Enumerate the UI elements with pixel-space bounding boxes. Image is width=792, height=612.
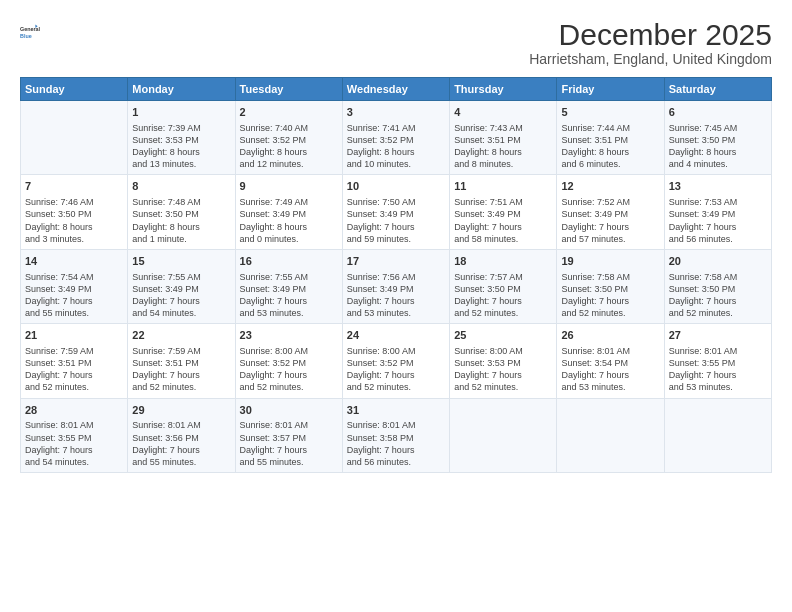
day-info-line: Sunrise: 7:58 AM [561, 271, 659, 283]
header-day-sunday: Sunday [21, 78, 128, 101]
day-info-line: Sunrise: 7:46 AM [25, 196, 123, 208]
day-info-line: Daylight: 8 hours [347, 146, 445, 158]
day-info-line: Sunrise: 8:01 AM [561, 345, 659, 357]
day-info-line: and 1 minute. [132, 233, 230, 245]
day-info-line: Daylight: 7 hours [25, 369, 123, 381]
day-number: 25 [454, 328, 552, 343]
header-row: SundayMondayTuesdayWednesdayThursdayFrid… [21, 78, 772, 101]
day-number: 22 [132, 328, 230, 343]
calendar-cell [557, 398, 664, 472]
day-info-line: Sunrise: 8:01 AM [240, 419, 338, 431]
day-info-line: Sunrise: 8:00 AM [347, 345, 445, 357]
day-info-line: Sunset: 3:49 PM [454, 208, 552, 220]
day-number: 5 [561, 105, 659, 120]
day-info-line: and 52 minutes. [454, 381, 552, 393]
header-day-saturday: Saturday [664, 78, 771, 101]
day-number: 30 [240, 403, 338, 418]
calendar-cell: 14Sunrise: 7:54 AMSunset: 3:49 PMDayligh… [21, 249, 128, 323]
day-info-line: Daylight: 8 hours [132, 221, 230, 233]
day-info-line: Sunrise: 7:52 AM [561, 196, 659, 208]
day-info-line: and 52 minutes. [669, 307, 767, 319]
day-info-line: Sunset: 3:56 PM [132, 432, 230, 444]
calendar-cell [21, 101, 128, 175]
calendar-cell: 28Sunrise: 8:01 AMSunset: 3:55 PMDayligh… [21, 398, 128, 472]
day-info-line: and 6 minutes. [561, 158, 659, 170]
day-info-line: Daylight: 7 hours [669, 295, 767, 307]
day-info-line: and 10 minutes. [347, 158, 445, 170]
day-info-line: Sunset: 3:49 PM [561, 208, 659, 220]
day-number: 11 [454, 179, 552, 194]
calendar-cell: 30Sunrise: 8:01 AMSunset: 3:57 PMDayligh… [235, 398, 342, 472]
day-info-line: Sunset: 3:50 PM [561, 283, 659, 295]
day-number: 2 [240, 105, 338, 120]
day-info-line: Daylight: 7 hours [669, 221, 767, 233]
day-info-line: Sunrise: 8:00 AM [454, 345, 552, 357]
day-info-line: and 55 minutes. [25, 307, 123, 319]
day-info-line: Sunset: 3:51 PM [25, 357, 123, 369]
day-number: 28 [25, 403, 123, 418]
day-info-line: Sunrise: 7:53 AM [669, 196, 767, 208]
day-number: 21 [25, 328, 123, 343]
day-info-line: Sunrise: 7:58 AM [669, 271, 767, 283]
day-info-line: and 3 minutes. [25, 233, 123, 245]
day-info-line: Daylight: 7 hours [454, 221, 552, 233]
day-info-line: and 56 minutes. [669, 233, 767, 245]
day-info-line: Sunrise: 7:40 AM [240, 122, 338, 134]
day-info-line: Sunrise: 8:00 AM [240, 345, 338, 357]
day-info-line: and 56 minutes. [347, 456, 445, 468]
day-info-line: Daylight: 7 hours [25, 295, 123, 307]
day-info-line: and 53 minutes. [240, 307, 338, 319]
calendar-cell [450, 398, 557, 472]
calendar-cell: 24Sunrise: 8:00 AMSunset: 3:52 PMDayligh… [342, 324, 449, 398]
day-info-line: Sunset: 3:51 PM [561, 134, 659, 146]
day-number: 6 [669, 105, 767, 120]
day-info-line: and 12 minutes. [240, 158, 338, 170]
day-info-line: Sunrise: 7:39 AM [132, 122, 230, 134]
day-info-line: Daylight: 8 hours [132, 146, 230, 158]
day-info-line: and 53 minutes. [561, 381, 659, 393]
day-info-line: and 13 minutes. [132, 158, 230, 170]
calendar-cell: 22Sunrise: 7:59 AMSunset: 3:51 PMDayligh… [128, 324, 235, 398]
day-info-line: Sunset: 3:55 PM [25, 432, 123, 444]
day-info-line: Sunrise: 8:01 AM [132, 419, 230, 431]
logo-icon: General Blue [20, 18, 48, 46]
day-info-line: Daylight: 7 hours [240, 444, 338, 456]
calendar-cell: 27Sunrise: 8:01 AMSunset: 3:55 PMDayligh… [664, 324, 771, 398]
day-info-line: Sunrise: 7:48 AM [132, 196, 230, 208]
day-number: 14 [25, 254, 123, 269]
calendar-cell: 5Sunrise: 7:44 AMSunset: 3:51 PMDaylight… [557, 101, 664, 175]
day-info-line: Sunset: 3:57 PM [240, 432, 338, 444]
day-info-line: and 8 minutes. [454, 158, 552, 170]
day-info-line: Sunset: 3:49 PM [240, 283, 338, 295]
day-number: 9 [240, 179, 338, 194]
day-info-line: and 52 minutes. [347, 381, 445, 393]
calendar-cell: 31Sunrise: 8:01 AMSunset: 3:58 PMDayligh… [342, 398, 449, 472]
day-info-line: Daylight: 7 hours [561, 221, 659, 233]
day-info-line: Sunset: 3:52 PM [347, 357, 445, 369]
week-row-1: 1Sunrise: 7:39 AMSunset: 3:53 PMDaylight… [21, 101, 772, 175]
day-number: 10 [347, 179, 445, 194]
header: General Blue General Blue December 2025 … [20, 18, 772, 67]
calendar-cell: 29Sunrise: 8:01 AMSunset: 3:56 PMDayligh… [128, 398, 235, 472]
day-number: 20 [669, 254, 767, 269]
day-number: 13 [669, 179, 767, 194]
day-info-line: Sunrise: 7:59 AM [25, 345, 123, 357]
day-info-line: and 59 minutes. [347, 233, 445, 245]
day-info-line: Sunset: 3:55 PM [669, 357, 767, 369]
calendar-cell: 18Sunrise: 7:57 AMSunset: 3:50 PMDayligh… [450, 249, 557, 323]
week-row-4: 21Sunrise: 7:59 AMSunset: 3:51 PMDayligh… [21, 324, 772, 398]
day-info-line: Sunset: 3:49 PM [240, 208, 338, 220]
svg-text:General: General [20, 26, 41, 32]
day-info-line: Sunset: 3:50 PM [454, 283, 552, 295]
day-info-line: Daylight: 8 hours [240, 221, 338, 233]
main-title: December 2025 [529, 18, 772, 51]
logo: General Blue General Blue [20, 18, 48, 46]
day-info-line: Daylight: 7 hours [347, 369, 445, 381]
day-info-line: Sunset: 3:53 PM [454, 357, 552, 369]
header-day-thursday: Thursday [450, 78, 557, 101]
day-info-line: Sunset: 3:52 PM [240, 134, 338, 146]
calendar-cell: 1Sunrise: 7:39 AMSunset: 3:53 PMDaylight… [128, 101, 235, 175]
day-info-line: Sunrise: 7:51 AM [454, 196, 552, 208]
day-info-line: and 52 minutes. [25, 381, 123, 393]
day-info-line: Sunset: 3:52 PM [347, 134, 445, 146]
